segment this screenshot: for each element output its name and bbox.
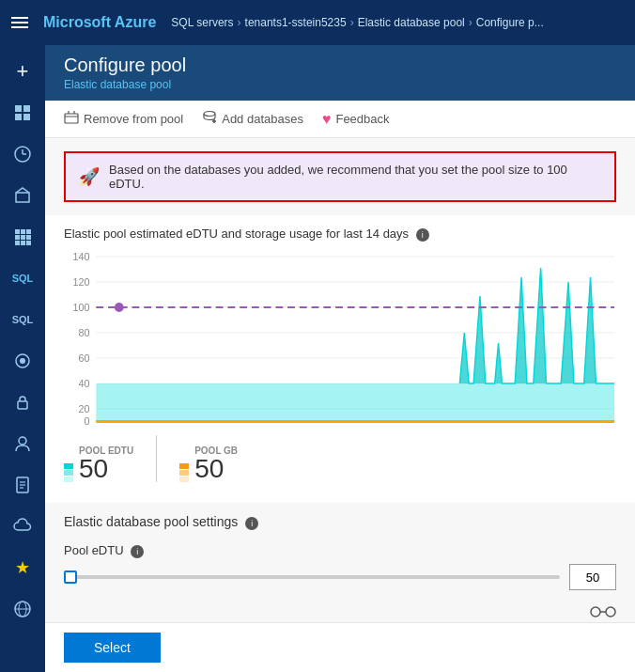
page-subtitle: Elastic database pool [64,78,616,91]
svg-text:80: 80 [78,327,89,338]
settings-title: Elastic database pool settings i [64,514,616,530]
breadcrumb: SQL servers › tenants1-sstein5235 › Elas… [171,16,543,29]
legend-sep [156,435,157,482]
pool-edtu-track[interactable] [64,575,560,579]
breadcrumb-sep-1: › [238,16,241,29]
settings-info-icon[interactable]: i [245,517,258,530]
svg-point-60 [115,303,124,312]
svg-rect-1 [23,105,30,112]
sidebar-sql2-icon[interactable]: SQL [4,301,41,338]
svg-text:140: 140 [72,251,89,262]
pool-edtu-slider-container: 50 [64,564,616,590]
main-content: Configure pool Elastic database pool Rem… [45,45,635,672]
svg-rect-13 [26,235,31,240]
legend-gb-value: 50 [194,456,238,482]
rocket-icon: 🚀 [79,166,100,187]
sidebar-globe-icon[interactable] [4,590,41,628]
svg-marker-51 [96,383,614,422]
brand-name: Microsoft Azure [43,14,156,31]
pool-edtu-row: Pool eDTU i 50 [64,543,616,590]
add-databases-icon [202,110,217,128]
svg-text:40: 40 [78,378,89,389]
remove-from-pool-label: Remove from pool [84,112,183,126]
breadcrumb-sep-2: › [350,16,354,29]
pool-edtu-info-icon[interactable]: i [131,545,144,558]
legend-edtu-value: 50 [79,456,133,482]
remove-from-pool-button[interactable]: Remove from pool [64,101,183,137]
page-header: Configure pool Elastic database pool [45,45,635,101]
svg-text:0: 0 [84,415,89,427]
pool-edtu-thumb[interactable] [64,570,77,584]
link-icon[interactable] [590,603,616,622]
sidebar-lock-icon[interactable] [4,383,41,421]
recommendation-banner: 🚀 Based on the databases you added, we r… [64,151,616,202]
svg-rect-62 [591,607,600,617]
legend-bar-edtu [64,463,73,482]
breadcrumb-item-3[interactable]: Elastic database pool [358,16,465,29]
sidebar-clock-icon[interactable] [4,135,41,173]
svg-point-32 [204,112,215,117]
svg-text:100: 100 [72,302,89,313]
svg-rect-0 [15,105,22,112]
svg-rect-2 [15,114,22,120]
legend-pool-edtu-content: POOL EDTU 50 [79,445,133,482]
svg-rect-28 [65,114,78,123]
footer-bar: Select [45,622,635,672]
chart-svg: 140 120 100 80 60 40 20 0 [64,249,616,428]
chart-legend: POOL EDTU 50 POOL GB 50 [64,428,616,493]
chart-info-icon[interactable]: i [416,228,429,242]
svg-point-20 [19,437,26,445]
page-title: Configure pool [64,55,616,76]
add-databases-button[interactable]: Add databases [202,101,303,137]
sidebar: + [0,45,45,672]
sidebar-circle-icon[interactable] [4,342,41,380]
svg-rect-15 [21,241,25,245]
legend-pool-edtu: POOL EDTU 50 [64,435,133,482]
svg-rect-8 [15,229,20,234]
svg-rect-19 [18,401,27,409]
svg-rect-9 [21,229,25,234]
svg-rect-7 [16,193,29,202]
breadcrumb-item-2[interactable]: tenants1-sstein5235 [245,16,347,29]
settings-section: Elastic database pool settings i Pool eD… [45,503,635,622]
select-button[interactable]: Select [64,633,161,663]
svg-text:120: 120 [72,276,89,288]
toolbar: Remove from pool Add databases ♥ Feedbac… [45,101,635,138]
legend-pool-gb: POOL GB 50 [179,435,238,482]
hamburger-menu[interactable] [11,17,28,28]
breadcrumb-item-1[interactable]: SQL servers [171,16,233,29]
legend-bar-gb [179,463,189,482]
svg-rect-63 [606,607,615,617]
chart-section: Elastic pool estimated eDTU and storage … [45,215,635,503]
sidebar-add-icon[interactable]: + [4,53,41,90]
sidebar-cloud-icon[interactable] [4,508,41,545]
chart-title: Elastic pool estimated eDTU and storage … [64,215,616,249]
sidebar-user-icon[interactable] [4,425,41,462]
chart-container: 140 120 100 80 60 40 20 0 [64,249,616,428]
feedback-label: Feedback [335,112,389,126]
svg-rect-3 [23,114,30,120]
sidebar-sql-icon[interactable]: SQL [4,259,41,297]
feedback-button[interactable]: ♥ Feedback [322,101,390,137]
banner-text: Based on the databases you added, we rec… [109,163,601,191]
sidebar-grid-icon[interactable] [4,218,41,256]
svg-rect-11 [15,235,20,240]
link-icon-row [64,603,616,622]
svg-text:60: 60 [78,352,89,364]
pool-edtu-label: Pool eDTU i [64,543,616,558]
svg-rect-14 [15,241,20,245]
sidebar-doc-icon[interactable] [4,466,41,504]
top-bar: Microsoft Azure SQL servers › tenants1-s… [0,0,635,45]
add-databases-label: Add databases [222,112,303,126]
breadcrumb-item-4[interactable]: Configure p... [476,16,544,29]
pool-edtu-value[interactable]: 50 [569,564,616,590]
svg-rect-16 [26,241,31,245]
sidebar-star-icon[interactable]: ★ [4,549,41,586]
content-area: 🚀 Based on the databases you added, we r… [45,138,635,622]
remove-icon [64,110,79,128]
legend-pool-gb-content: POOL GB 50 [194,445,238,482]
breadcrumb-sep-3: › [469,16,472,29]
sidebar-dashboard-icon[interactable] [4,94,41,132]
feedback-icon: ♥ [322,111,332,128]
sidebar-box-icon[interactable] [4,177,41,214]
